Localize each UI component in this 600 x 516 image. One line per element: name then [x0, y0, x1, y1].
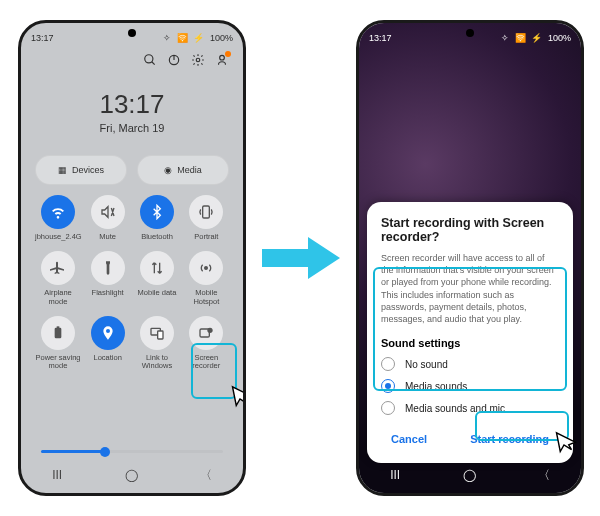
svg-line-1 [152, 62, 155, 65]
mobiledata-icon [140, 251, 174, 285]
tile-portrait[interactable]: Portrait [184, 195, 229, 241]
panel-header-icons [143, 53, 229, 67]
sound-settings-label: Sound settings [381, 337, 559, 349]
svg-point-0 [145, 55, 153, 63]
tile-screenrec[interactable]: Screen recorder [184, 316, 229, 371]
location-icon [91, 316, 125, 350]
brightness-slider[interactable] [41, 450, 223, 453]
pointer-cursor [225, 383, 246, 413]
tile-flashlight[interactable]: Flashlight [85, 251, 130, 306]
tile-hotspot[interactable]: Mobile Hotspot [184, 251, 229, 306]
radio-icon [381, 379, 395, 393]
radio-icon [381, 401, 395, 415]
svg-point-5 [220, 55, 225, 60]
media-button[interactable]: ◉ Media [137, 155, 229, 185]
nav-home[interactable]: ◯ [125, 468, 138, 482]
bluetooth-icon [140, 195, 174, 229]
status-icons: ✧ 🛜 ⚡ 100% [498, 33, 571, 43]
status-bar: 13:17 ✧ 🛜 ⚡ 100% [31, 31, 233, 45]
battery-icon: ⚡ [193, 33, 204, 43]
radio-no-sound[interactable]: No sound [381, 357, 559, 371]
screenrec-icon [189, 316, 223, 350]
battery-icon: ⚡ [531, 33, 542, 43]
pointer-cursor [549, 429, 579, 459]
clock-time: 13:17 [21, 89, 243, 120]
tile-linkwin[interactable]: Link to Windows [134, 316, 179, 371]
screen-recorder-dialog: Start recording with Screen recorder? Sc… [367, 202, 573, 463]
mute-icon [91, 195, 125, 229]
start-recording-button[interactable]: Start recording [460, 427, 559, 451]
tile-wifi[interactable]: jbhouse_2.4G [35, 195, 81, 241]
nav-recents[interactable]: III [390, 468, 400, 482]
nav-bar: III ◯ 〈 [359, 463, 581, 487]
devices-label: Devices [72, 165, 104, 175]
phone-dialog: 13:17 ✧ 🛜 ⚡ 100% Start recording with Sc… [356, 20, 584, 496]
svg-point-13 [208, 328, 212, 332]
devices-icon: ▦ [58, 165, 67, 175]
nav-home[interactable]: ◯ [463, 468, 476, 482]
status-time: 13:17 [369, 33, 392, 43]
vibrate-icon: ✧ [163, 33, 171, 43]
devices-button[interactable]: ▦ Devices [35, 155, 127, 185]
linkwin-icon [140, 316, 174, 350]
hotspot-icon [189, 251, 223, 285]
dialog-body: Screen recorder will have access to all … [381, 252, 559, 325]
dialog-actions: Cancel Start recording [381, 427, 559, 451]
svg-point-4 [196, 58, 200, 62]
wifi-icon: 🛜 [515, 33, 526, 43]
nav-back[interactable]: 〈 [200, 467, 212, 484]
status-icons: ✧ 🛜 ⚡ 100% [160, 33, 233, 43]
svg-rect-6 [203, 206, 210, 218]
battery-percent: 100% [210, 33, 233, 43]
airplane-icon [41, 251, 75, 285]
radio-label: Media sounds and mic [405, 403, 505, 414]
clock-block: 13:17 Fri, March 19 [21, 89, 243, 134]
media-label: Media [177, 165, 202, 175]
radio-icon [381, 357, 395, 371]
tile-airplane[interactable]: Airplane mode [35, 251, 81, 306]
media-icon: ◉ [164, 165, 172, 175]
vibrate-icon: ✧ [501, 33, 509, 43]
dialog-title: Start recording with Screen recorder? [381, 216, 559, 244]
svg-rect-9 [57, 326, 60, 328]
status-bar: 13:17 ✧ 🛜 ⚡ 100% [369, 31, 571, 45]
arrow-icon [262, 235, 340, 281]
wifi-icon: 🛜 [177, 33, 188, 43]
portrait-icon [189, 195, 223, 229]
svg-rect-11 [158, 331, 163, 339]
pill-row: ▦ Devices ◉ Media [35, 155, 229, 185]
slider-thumb[interactable] [100, 447, 110, 457]
tile-powersave[interactable]: Power saving mode [35, 316, 81, 371]
cancel-button[interactable]: Cancel [381, 427, 437, 451]
notification-icon[interactable] [215, 53, 229, 67]
battery-percent: 100% [548, 33, 571, 43]
tile-mute[interactable]: Mute [85, 195, 130, 241]
gear-icon[interactable] [191, 53, 205, 67]
svg-point-7 [205, 267, 208, 270]
slider-fill [41, 450, 105, 453]
tile-bluetooth[interactable]: Bluetooth [134, 195, 179, 241]
nav-bar: III ◯ 〈 [21, 463, 243, 487]
tile-location[interactable]: Location [85, 316, 130, 371]
svg-rect-8 [55, 327, 62, 338]
flashlight-icon [91, 251, 125, 285]
radio-media-mic[interactable]: Media sounds and mic [381, 401, 559, 415]
search-icon[interactable] [143, 53, 157, 67]
phone-quick-panel: 13:17 ✧ 🛜 ⚡ 100% 13:17 Fri, March 19 ▦ D… [18, 20, 246, 496]
tile-mobiledata[interactable]: Mobile data [134, 251, 179, 306]
wifi-icon [41, 195, 75, 229]
nav-back[interactable]: 〈 [538, 467, 550, 484]
radio-label: Media sounds [405, 381, 467, 392]
clock-date: Fri, March 19 [21, 122, 243, 134]
radio-media-sounds[interactable]: Media sounds [381, 379, 559, 393]
quick-tiles: jbhouse_2.4G Mute Bluetooth Portrait Air… [35, 195, 229, 370]
status-time: 13:17 [31, 33, 54, 43]
nav-recents[interactable]: III [52, 468, 62, 482]
powersave-icon [41, 316, 75, 350]
power-icon[interactable] [167, 53, 181, 67]
radio-label: No sound [405, 359, 448, 370]
